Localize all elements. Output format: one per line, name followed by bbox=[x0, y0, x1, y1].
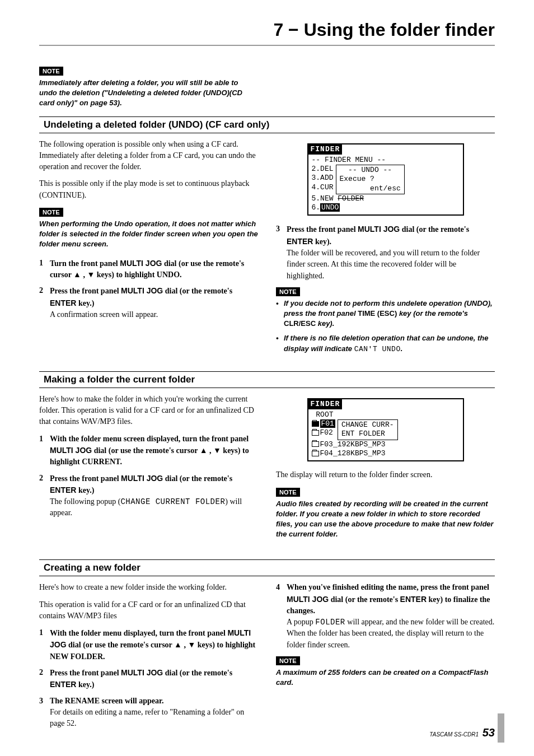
create-para2: This operation is valid for a CF card or… bbox=[39, 599, 258, 622]
step-number: 2 bbox=[39, 473, 43, 519]
lcd-screenshot-current: FINDER ROOT F01 F02 CHANGE CURR- ENT FOL… bbox=[307, 398, 464, 462]
undo-bullet-note-1: If you decide not to perform this undele… bbox=[276, 298, 495, 329]
step-number: 2 bbox=[39, 285, 43, 320]
intro-note: Immediately after deleting a folder, you… bbox=[39, 78, 257, 109]
step-number: 3 bbox=[276, 223, 280, 281]
note-badge: NOTE bbox=[276, 287, 300, 296]
step-number: 4 bbox=[276, 582, 280, 651]
note-badge: NOTE bbox=[39, 208, 63, 217]
lcd-header: FINDER bbox=[308, 399, 343, 409]
folder-icon bbox=[312, 430, 319, 436]
lcd-popup: CHANGE CURR- ENT FOLDER bbox=[338, 419, 398, 440]
undo-para1: The following operation is possible only… bbox=[39, 139, 258, 173]
page-footer: TASCAM SS-CDR1 53 bbox=[429, 726, 495, 739]
create-para1: Here's how to create a new folder inside… bbox=[39, 582, 258, 593]
chapter-title: 7 − Using the folder finder bbox=[39, 20, 495, 46]
section-title-create: Creating a new folder bbox=[39, 559, 495, 576]
create-step-3: 3 The RENAME screen will appear. For det… bbox=[39, 696, 258, 730]
product-name: TASCAM SS-CDR1 bbox=[429, 731, 479, 738]
step-number: 1 bbox=[39, 627, 43, 662]
undo-step-3: 3 Press the front panel MULTI JOG dial (… bbox=[276, 223, 495, 281]
current-after: The display will return to the folder fi… bbox=[276, 469, 495, 480]
section-title-current: Making a folder the current folder bbox=[39, 371, 495, 388]
step-number: 1 bbox=[39, 258, 43, 281]
current-step-2: 2 Press the front panel MULTI JOG dial (… bbox=[39, 473, 258, 519]
folder-icon bbox=[312, 441, 319, 447]
page-number: 53 bbox=[483, 726, 495, 739]
lcd-header: FINDER bbox=[308, 144, 343, 155]
create-step-2: 2 Press the front panel MULTI JOG dial (… bbox=[39, 667, 258, 691]
undo-para2: This is possible only if the play mode i… bbox=[39, 178, 258, 201]
lcd-screenshot-undo: FINDER -- FINDER MENU -- 2.DEL 3.ADD 4.C… bbox=[307, 143, 464, 216]
undo-step-2: 2 Press the front panel MULTI JOG dial (… bbox=[39, 285, 258, 320]
folder-icon bbox=[312, 451, 319, 456]
page-tab bbox=[498, 713, 504, 743]
folder-icon bbox=[312, 421, 319, 427]
section-title-undo: Undeleting a deleted folder (UNDO) (CF c… bbox=[39, 116, 495, 133]
note-badge: NOTE bbox=[276, 656, 300, 665]
step-number: 1 bbox=[39, 433, 43, 468]
current-step-1: 1 With the folder menu screen displayed,… bbox=[39, 433, 258, 468]
undo-step-1: 1 Turn the front panel MULTI JOG dial (o… bbox=[39, 258, 258, 281]
create-step-1: 1 With the folder menu displayed, turn t… bbox=[39, 627, 258, 662]
undo-note1: When performing the Undo operation, it d… bbox=[39, 219, 258, 250]
note-badge: NOTE bbox=[276, 488, 300, 497]
note-badge: NOTE bbox=[39, 67, 63, 76]
current-para1: Here's how to make the folder in which y… bbox=[39, 394, 258, 428]
current-note1: Audio files created by recording will be… bbox=[276, 499, 495, 540]
step-number: 2 bbox=[39, 667, 43, 691]
create-note1: A maximum of 255 folders can be created … bbox=[276, 668, 495, 688]
lcd-popup: -- UNDO -- Execue ? ent/esc bbox=[336, 165, 405, 194]
create-step-4: 4 When you've finished editing the name,… bbox=[276, 582, 495, 651]
undo-bullet-note-2: If there is no file deletion operation t… bbox=[276, 333, 495, 354]
step-number: 3 bbox=[39, 696, 43, 730]
